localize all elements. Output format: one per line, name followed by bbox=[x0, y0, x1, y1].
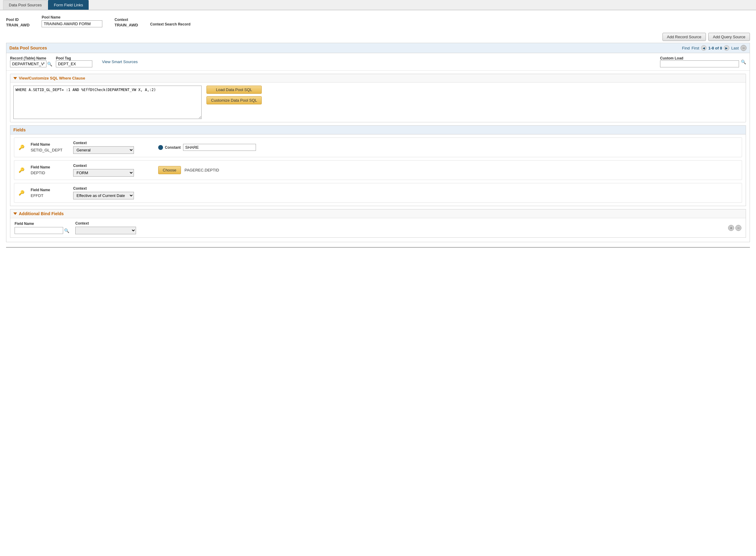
context-col-3: Context General FORM Effective as of Cur… bbox=[73, 186, 134, 199]
context-field: Context TRAIN_AWD bbox=[114, 18, 138, 27]
pool-id-label: Pool ID bbox=[6, 18, 29, 22]
choose-value-2: PAGEREC.DEPTID bbox=[184, 168, 219, 172]
pool-name-input[interactable] bbox=[42, 20, 102, 27]
prev-btn[interactable]: ◀ bbox=[701, 45, 707, 51]
sql-subsection-header[interactable]: View/Customize SQL Where Clause bbox=[10, 74, 746, 82]
field-name-col-1: Field Name SETID_GL_DEPT bbox=[31, 142, 67, 152]
sql-textarea[interactable]: WHERE A.SETID_GL_DEPT= :1 AND %EffDtChec… bbox=[13, 85, 202, 119]
pool-tag-field: Pool Tag bbox=[56, 56, 92, 67]
tabs-bar: Data Pool Sources Form Field Links bbox=[0, 0, 756, 10]
context-search-record-field: Context Search Record bbox=[150, 22, 191, 27]
page-bottom-bar bbox=[6, 247, 750, 252]
sql-section-title: View/Customize SQL Where Clause bbox=[19, 76, 85, 80]
pool-info-row: Pool ID TRAIN_AWD Pool Name Context TRAI… bbox=[6, 15, 750, 27]
field-name-col-2: Field Name DEPTID bbox=[31, 165, 67, 175]
tab-form-field-links[interactable]: Form Field Links bbox=[48, 0, 89, 10]
additional-bind-collapse-icon bbox=[13, 212, 17, 215]
choose-area-2: Choose PAGEREC.DEPTID bbox=[158, 166, 219, 174]
record-row: Record (Table) Name 🔍 Pool Tag View Smar… bbox=[6, 53, 750, 71]
next-btn[interactable]: ▶ bbox=[724, 45, 729, 51]
field-row-2: 🔑 Field Name DEPTID Context General FORM… bbox=[14, 160, 742, 180]
pool-id-field: Pool ID TRAIN_AWD bbox=[6, 18, 29, 27]
data-pool-sources-title: Data Pool Sources bbox=[9, 45, 47, 50]
choose-button-2[interactable]: Choose bbox=[158, 166, 181, 174]
fields-header: Fields bbox=[10, 126, 746, 134]
add-query-source-button[interactable]: Add Query Source bbox=[708, 33, 750, 41]
fields-section: Fields 🔑 Field Name SETID_GL_DEPT Contex… bbox=[10, 125, 746, 206]
record-table-name-field: Record (Table) Name 🔍 bbox=[10, 56, 52, 67]
constant-input-1[interactable] bbox=[183, 144, 256, 151]
context-select-2[interactable]: General FORM Effective as of Current Dat… bbox=[73, 169, 134, 177]
key-icon-3: 🔑 bbox=[19, 190, 25, 196]
add-record-source-button[interactable]: Add Record Source bbox=[662, 33, 706, 41]
bind-remove-btn[interactable]: − bbox=[735, 225, 742, 231]
pool-id-value: TRAIN_AWD bbox=[6, 23, 29, 27]
remove-source-btn[interactable]: − bbox=[741, 45, 747, 51]
additional-bind-section: Additional Bind Fields Field Name 🔍 Cont… bbox=[10, 209, 746, 238]
data-pool-sources-header: Data Pool Sources Find First ◀ 1-8 of 8 … bbox=[6, 43, 750, 53]
context-select-1[interactable]: General FORM Effective as of Current Dat… bbox=[73, 146, 134, 154]
bind-row: Field Name 🔍 Context General FORM Effect… bbox=[10, 218, 746, 237]
key-icon-1: 🔑 bbox=[19, 144, 25, 150]
context-col-2: Context General FORM Effective as of Cur… bbox=[73, 164, 134, 177]
view-smart-sources-link[interactable]: View Smart Sources bbox=[102, 60, 138, 64]
pool-name-field: Pool Name bbox=[42, 15, 102, 27]
customize-data-pool-sql-btn[interactable]: Customize Data Pool SQL bbox=[206, 96, 262, 104]
context-value: TRAIN_AWD bbox=[114, 23, 138, 27]
first-link[interactable]: First bbox=[692, 46, 699, 50]
bind-add-btn[interactable]: + bbox=[728, 225, 734, 231]
context-search-record-label: Context Search Record bbox=[150, 22, 191, 26]
context-select-3[interactable]: General FORM Effective as of Current Dat… bbox=[73, 192, 134, 199]
constant-area-1: Constant bbox=[158, 144, 256, 151]
record-table-search-btn[interactable]: 🔍 bbox=[47, 62, 52, 66]
radio-constant-1: Constant bbox=[158, 145, 181, 150]
view-smart-sources-link-wrap: View Smart Sources bbox=[102, 60, 138, 64]
additional-bind-header[interactable]: Additional Bind Fields bbox=[10, 209, 746, 218]
field-row-3: 🔑 Field Name EFFDT Context General FORM … bbox=[14, 183, 742, 203]
bind-field-search-btn[interactable]: 🔍 bbox=[64, 228, 69, 233]
sql-content: WHERE A.SETID_GL_DEPT= :1 AND %EffDtChec… bbox=[10, 82, 746, 122]
custom-load-search-btn[interactable]: 🔍 bbox=[741, 60, 746, 64]
custom-load-input[interactable] bbox=[660, 60, 739, 67]
pool-tag-input[interactable] bbox=[56, 60, 92, 67]
key-icon-2: 🔑 bbox=[19, 167, 25, 173]
context-col-1: Context General FORM Effective as of Cur… bbox=[73, 141, 134, 154]
sql-buttons: Load Data Pool SQL Customize Data Pool S… bbox=[206, 85, 262, 104]
find-link[interactable]: Find bbox=[682, 46, 689, 50]
load-data-pool-sql-btn[interactable]: Load Data Pool SQL bbox=[206, 85, 262, 94]
bind-field-name-col: Field Name 🔍 bbox=[14, 221, 69, 234]
action-buttons: Add Record Source Add Query Source bbox=[6, 33, 750, 41]
last-link[interactable]: Last bbox=[731, 46, 739, 50]
page-content: Pool ID TRAIN_AWD Pool Name Context TRAI… bbox=[0, 10, 756, 257]
bind-context-col: Context General FORM Effective as of Cur… bbox=[75, 221, 136, 234]
field-name-col-3: Field Name EFFDT bbox=[31, 188, 67, 198]
bind-add-remove-icons: + − bbox=[728, 225, 742, 231]
additional-bind-title: Additional Bind Fields bbox=[19, 211, 64, 216]
constant-radio-icon-1[interactable] bbox=[158, 145, 163, 150]
custom-load-field: Custom Load 🔍 bbox=[660, 56, 746, 67]
tab-data-pool-sources[interactable]: Data Pool Sources bbox=[3, 0, 47, 10]
nav-controls: Find First ◀ 1-8 of 8 ▶ Last − bbox=[682, 45, 747, 51]
page-count: 1-8 of 8 bbox=[708, 46, 722, 50]
bind-context-select[interactable]: General FORM Effective as of Current Dat… bbox=[75, 227, 136, 234]
context-label: Context bbox=[114, 18, 138, 22]
pool-name-label: Pool Name bbox=[42, 15, 102, 20]
bind-field-name-input[interactable] bbox=[14, 227, 63, 234]
collapse-triangle-icon bbox=[13, 77, 17, 79]
record-table-name-input[interactable] bbox=[10, 60, 46, 67]
field-row-1: 🔑 Field Name SETID_GL_DEPT Context Gener… bbox=[14, 137, 742, 157]
constant-label-1: Constant bbox=[165, 145, 181, 150]
sql-subsection: View/Customize SQL Where Clause WHERE A.… bbox=[10, 74, 746, 122]
data-pool-sources-section: Data Pool Sources Find First ◀ 1-8 of 8 … bbox=[6, 43, 750, 242]
